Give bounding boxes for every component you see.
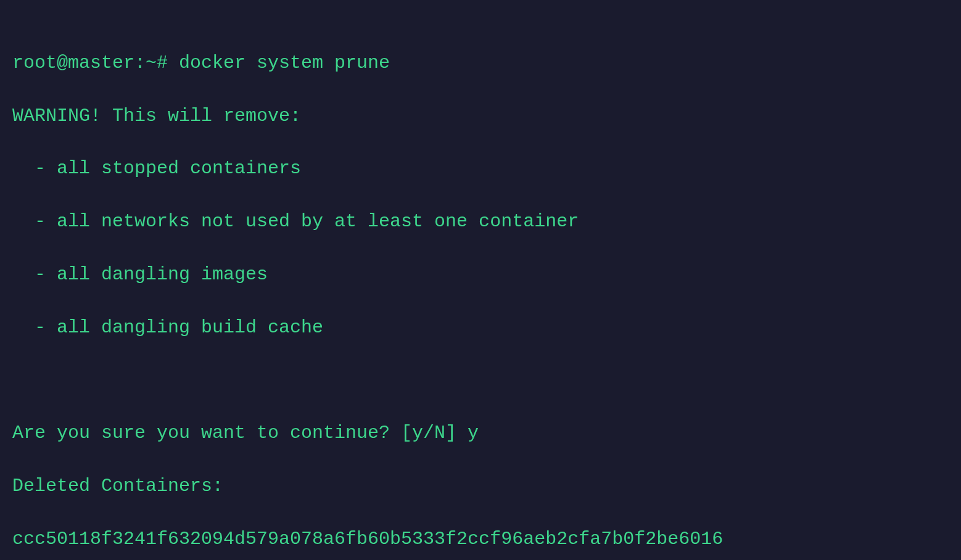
terminal-window[interactable]: root@master:~# docker system prune WARNI… <box>0 0 961 560</box>
warning-item: - all dangling build cache <box>12 315 949 341</box>
blank-line <box>12 368 949 394</box>
warning-item: - all networks not used by at least one … <box>12 208 949 235</box>
deleted-container-id: ccc50118f3241f632094d579a078a6fb60b5333f… <box>12 526 949 553</box>
deleted-header: Deleted Containers: <box>12 473 949 500</box>
warning-header: WARNING! This will remove: <box>12 103 949 130</box>
prompt-command-line: root@master:~# docker system prune <box>12 50 949 76</box>
shell-prompt: root@master:~# <box>12 52 179 73</box>
warning-item: - all stopped containers <box>12 155 949 182</box>
warning-item: - all dangling images <box>12 261 949 288</box>
command-text: docker system prune <box>179 52 390 73</box>
confirm-prompt: Are you sure you want to continue? [y/N]… <box>12 420 949 447</box>
